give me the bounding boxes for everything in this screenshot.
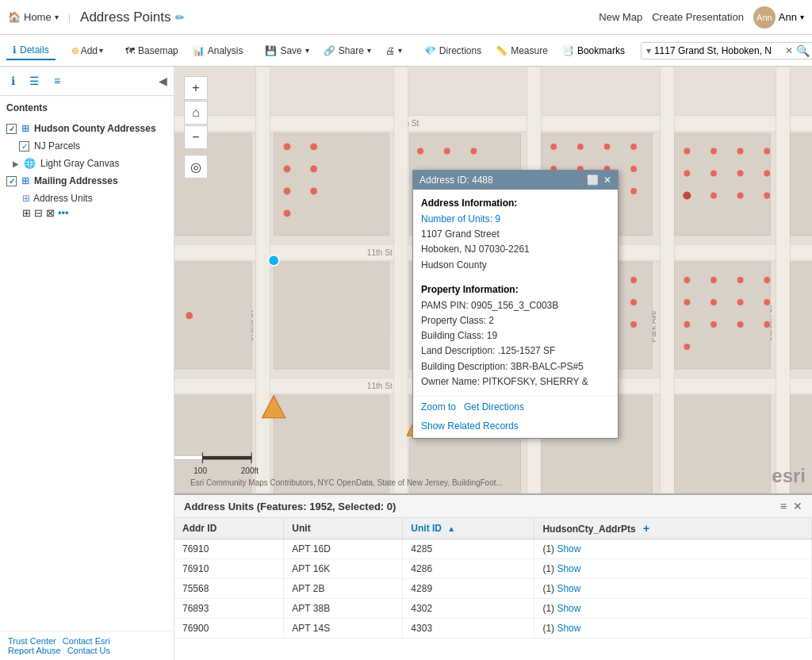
home-button[interactable]: 🏠 Home ▾: [8, 11, 59, 23]
show-link[interactable]: Show: [557, 563, 580, 574]
svg-point-65: [684, 148, 690, 155]
col-unit[interactable]: Unit: [284, 518, 403, 539]
au-icon-grid3[interactable]: ⊠: [46, 207, 55, 219]
layer-icon-au: ⊞: [22, 193, 30, 204]
svg-point-38: [310, 165, 317, 172]
show-link[interactable]: Show: [557, 583, 580, 594]
details-tab[interactable]: ℹ Details: [6, 41, 56, 60]
search-clear-icon[interactable]: ✕: [785, 45, 793, 56]
popup-units: Number of Units: 9: [421, 212, 610, 227]
search-input[interactable]: [654, 45, 782, 56]
search-icon[interactable]: 🔍: [796, 44, 810, 57]
print-button[interactable]: 🖨 ▾: [379, 42, 408, 59]
popup-minimize-button[interactable]: ⬜: [587, 175, 599, 186]
sidebar-tab-info[interactable]: ℹ: [6, 71, 20, 90]
share-button[interactable]: 🔗 Share ▾: [317, 42, 377, 59]
col-addr-id[interactable]: Addr ID: [174, 518, 284, 539]
analysis-icon: 📊: [193, 45, 205, 56]
zoom-to-link[interactable]: Zoom to: [421, 401, 456, 412]
svg-point-36: [310, 143, 317, 150]
add-column-icon[interactable]: +: [638, 522, 654, 535]
layer-check-mailing[interactable]: ✓: [6, 176, 17, 186]
popup-owner: Owner Name: PITKOFSKY, SHERRY &: [421, 374, 610, 389]
sidebar-tabs: ℹ ☰ ≡ ◀: [0, 67, 174, 96]
layer-check-hudson[interactable]: ✓: [6, 124, 17, 134]
data-table: Addr ID Unit Unit ID ▲ HudsonCty_AddrPts…: [174, 518, 812, 639]
show-link[interactable]: Show: [557, 543, 580, 554]
svg-rect-28: [790, 263, 812, 370]
home-extent-button[interactable]: ⌂: [184, 101, 208, 125]
sidebar-footer: Trust Center Contact Esri Report Abuse C…: [0, 631, 174, 660]
popup-street: 1107 Grand Street: [421, 227, 610, 242]
layer-item-mailing[interactable]: ✓ ⊞ Mailing Addresses: [6, 172, 167, 190]
svg-point-97: [630, 299, 637, 305]
sidebar-collapse-button[interactable]: ◀: [159, 75, 167, 87]
popup-links: Zoom to Get Directions: [413, 396, 618, 417]
layer-item-canvas[interactable]: ▶ 🌐 Light Gray Canvas: [13, 155, 167, 172]
svg-point-102: [684, 277, 690, 283]
basemap-icon: 🗺: [125, 45, 135, 56]
panel-options-button[interactable]: ≡: [780, 500, 787, 512]
svg-point-112: [737, 321, 744, 328]
contact-us-link[interactable]: Contact Us: [67, 646, 110, 655]
data-table-wrapper[interactable]: Addr ID Unit Unit ID ▲ HudsonCty_AddrPts…: [174, 518, 812, 639]
popup-address-info-title: Address Information:: [421, 198, 610, 209]
show-link[interactable]: Show: [557, 603, 580, 614]
layer-item-hudson[interactable]: ✓ ⊞ Hudson County Addresses: [6, 120, 167, 137]
map-area[interactable]: 12th St 11th St 11th St Grand St Clinton…: [174, 67, 812, 493]
save-button[interactable]: 💾 Save ▾: [259, 42, 315, 59]
add-button[interactable]: ⊕ Add ▾: [65, 42, 109, 59]
popup-body: Address Information: Number of Units: 9 …: [413, 190, 618, 396]
top-bar-left: 🏠 Home ▾ | Address Points ✏: [8, 10, 185, 25]
basemap-button[interactable]: 🗺 Basemap: [119, 42, 185, 59]
col-unit-id[interactable]: Unit ID ▲: [403, 518, 534, 539]
svg-point-68: [764, 148, 770, 155]
layer-icon-mailing: ⊞: [21, 175, 29, 186]
locate-button[interactable]: ◎: [184, 155, 208, 178]
au-icon-grid2[interactable]: ⊟: [34, 207, 43, 219]
trust-center-link[interactable]: Trust Center: [8, 636, 56, 646]
layer-check-njparcels[interactable]: ✓: [19, 141, 29, 152]
svg-point-41: [283, 209, 290, 217]
report-abuse-link[interactable]: Report Abuse: [8, 646, 61, 655]
col-hudsoncty[interactable]: HudsonCty_AddrPts +: [534, 518, 812, 539]
user-menu[interactable]: Ann Ann ▾: [753, 6, 804, 29]
layer-item-njparcels[interactable]: ✓ NJ Parcels: [19, 137, 167, 155]
au-more-button[interactable]: •••: [58, 207, 69, 219]
layer-item-au[interactable]: ⊞ Address Units: [6, 190, 167, 205]
svg-point-54: [604, 144, 611, 150]
canvas-expander-icon[interactable]: ▶: [13, 159, 19, 168]
bookmarks-icon: 📑: [562, 45, 574, 56]
create-presentation-button[interactable]: Create Presentation: [652, 11, 744, 23]
user-label: Ann: [779, 11, 797, 23]
show-link[interactable]: Show: [557, 623, 580, 634]
bookmarks-button[interactable]: 📑 Bookmarks: [556, 42, 631, 59]
sidebar-tab-layers[interactable]: ☰: [25, 71, 44, 90]
layer-label-mailing: Mailing Addresses: [34, 175, 118, 186]
contact-esri-link[interactable]: Contact Esri: [63, 636, 110, 646]
cell-addr-id: 76910: [174, 539, 284, 559]
popup-close-button[interactable]: ✕: [603, 175, 611, 186]
directions-icon: 💎: [424, 45, 436, 56]
cell-show: (1) Show: [534, 539, 812, 559]
svg-point-77: [186, 312, 193, 319]
zoom-in-button[interactable]: +: [184, 76, 208, 100]
map-and-panel: 12th St 11th St 11th St Grand St Clinton…: [174, 67, 812, 660]
layer-label-au: Address Units: [33, 193, 93, 204]
measure-button[interactable]: 📏 Measure: [489, 42, 554, 59]
show-related-link[interactable]: Show Related Records: [421, 420, 519, 432]
svg-point-52: [550, 144, 557, 150]
get-directions-link[interactable]: Get Directions: [464, 401, 524, 412]
au-icon-grid1[interactable]: ⊞: [22, 207, 31, 219]
cell-show: (1) Show: [534, 599, 812, 619]
edit-title-icon[interactable]: ✏: [175, 11, 185, 24]
directions-button[interactable]: 💎 Directions: [418, 42, 488, 59]
zoom-out-button[interactable]: −: [184, 125, 208, 149]
new-map-button[interactable]: New Map: [599, 11, 642, 23]
cell-unit: APT 38B: [284, 599, 403, 619]
sidebar-tab-list[interactable]: ≡: [49, 71, 65, 90]
search-dropdown-button[interactable]: ▾: [646, 45, 651, 56]
analysis-button[interactable]: 📊 Analysis: [186, 42, 250, 59]
panel-close-button[interactable]: ✕: [793, 500, 802, 512]
popup-header: Address ID: 4488 ⬜ ✕: [413, 171, 618, 190]
